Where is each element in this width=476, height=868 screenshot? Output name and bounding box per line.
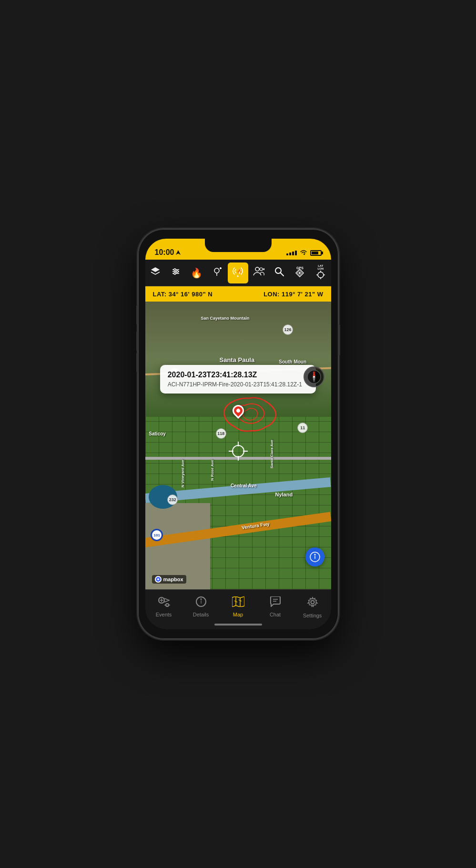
crosshair-icon	[316, 271, 325, 282]
svg-point-8	[214, 268, 219, 273]
details-label: Details	[193, 612, 209, 617]
chat-icon	[270, 596, 281, 610]
coordinates-bar: LAT: 34° 16' 980" N LON: 119° 7' 21" W	[145, 286, 331, 302]
mapbox-label: mapbox	[163, 576, 183, 582]
nav-settings[interactable]: Settings	[296, 595, 329, 620]
toolbar-coordinates-button[interactable]: LAT LON	[310, 262, 331, 283]
svg-point-41	[157, 578, 159, 580]
svg-point-13	[255, 267, 259, 271]
svg-marker-51	[232, 596, 244, 607]
svg-point-50	[200, 598, 202, 600]
search-icon	[274, 267, 284, 279]
route-232-badge: 232	[167, 495, 178, 505]
route-11-badge: 11	[297, 423, 308, 433]
central-ave-label: Central Ave	[231, 483, 257, 488]
map-crosshair	[229, 442, 248, 461]
phone-screen: 10:00	[145, 239, 331, 629]
svg-point-5	[174, 269, 176, 271]
signal-bars-icon	[286, 251, 297, 255]
toolbar: 🔥	[145, 260, 331, 286]
events-label: Events	[156, 612, 172, 617]
nav-details[interactable]: i Details	[184, 595, 218, 619]
latitude-display: LAT: 34° 16' 980" N	[153, 291, 213, 298]
svg-point-17	[275, 268, 281, 273]
svg-point-6	[176, 271, 178, 273]
notch	[205, 239, 272, 252]
toolbar-add-location-button[interactable]	[207, 262, 227, 283]
svg-point-14	[260, 268, 263, 271]
svg-marker-0	[176, 250, 181, 255]
settings-icon	[307, 596, 318, 611]
add-location-icon	[212, 266, 223, 279]
toolbar-broadcast-fire-button[interactable]: 🔥	[228, 262, 248, 283]
svg-point-7	[174, 273, 176, 274]
home-indicator	[214, 624, 262, 626]
lon-label-icon: LON	[317, 267, 324, 270]
compass[interactable]: N	[304, 366, 324, 387]
san-cayetano-label: San Cayetano Mountain	[201, 316, 250, 321]
details-icon: i	[196, 596, 206, 610]
toolbar-gps-button[interactable]: GPS	[290, 262, 310, 283]
map-pin[interactable]	[233, 405, 244, 416]
filter-icon	[171, 266, 181, 279]
svg-point-58	[311, 601, 314, 604]
battery-icon	[310, 250, 322, 256]
toolbar-fire-button[interactable]: 🔥	[186, 262, 207, 283]
toolbar-people-button[interactable]	[248, 262, 269, 283]
status-icons	[286, 249, 322, 257]
time-display: 10:00	[155, 248, 174, 257]
toolbar-search-button[interactable]	[269, 262, 289, 283]
info-button[interactable]: i	[305, 547, 324, 566]
status-time: 10:00	[155, 248, 181, 257]
popup-title: 2020-01-23T23:41:28.13Z	[168, 371, 309, 379]
broadcast-fire-icon: 🔥	[232, 266, 244, 279]
svg-text:🔥: 🔥	[237, 269, 243, 274]
longitude-display: LON: 119° 7' 21" W	[263, 291, 323, 298]
route-118-badge: 118	[216, 428, 226, 439]
svg-text:N: N	[313, 371, 314, 374]
phone-frame: 10:00	[138, 229, 338, 639]
mapbox-attribution: mapbox	[152, 575, 186, 584]
toolbar-filter-button[interactable]	[166, 262, 186, 283]
nyland-label: Nyland	[275, 492, 293, 497]
saticoy-label: Saticoy	[149, 431, 166, 436]
location-arrow-icon	[176, 250, 181, 255]
layers-icon	[150, 266, 161, 279]
pin-body	[230, 403, 246, 419]
svg-point-39	[314, 554, 315, 555]
svg-line-18	[281, 273, 284, 276]
santa-clara-label: Santa Clara Ave	[270, 440, 274, 468]
nav-chat[interactable]: Chat	[259, 595, 292, 619]
chat-label: Chat	[270, 612, 281, 617]
people-icon	[253, 267, 264, 279]
svg-marker-1	[151, 267, 160, 272]
south-mountain-label: South Moun	[279, 359, 306, 364]
toolbar-layers-button[interactable]	[145, 262, 166, 283]
mapbox-logo: mapbox	[152, 575, 186, 584]
svg-point-27	[233, 445, 244, 457]
n-vineyard-label: N Vineyard Ave	[181, 460, 185, 487]
nav-map[interactable]: Map	[222, 595, 255, 619]
wifi-icon	[300, 249, 307, 257]
nav-events[interactable]: Events	[147, 595, 181, 619]
map-view[interactable]: Santa Paula South Moun San Cayetano Moun…	[145, 302, 331, 589]
fire-info-popup[interactable]: 2020-01-23T23:41:28.13Z ACI-N771HP-IPRM-…	[160, 365, 316, 394]
popup-subtitle: ACI-N771HP-IPRM-Fire-2020-01-23T15:41:28…	[168, 381, 309, 388]
svg-point-35	[313, 376, 315, 378]
map-label: Map	[233, 612, 243, 617]
n-rose-label: N Rose Ave	[210, 460, 214, 481]
fire-icon: 🔥	[191, 267, 203, 279]
santa-paula-label: Santa Paula	[220, 356, 255, 363]
events-icon	[158, 596, 170, 610]
settings-label: Settings	[303, 613, 322, 618]
svg-point-22	[318, 272, 324, 278]
mapbox-logo-icon	[155, 576, 162, 583]
svg-point-21	[299, 272, 301, 274]
map-icon	[232, 596, 244, 610]
gps-icon	[295, 269, 304, 280]
